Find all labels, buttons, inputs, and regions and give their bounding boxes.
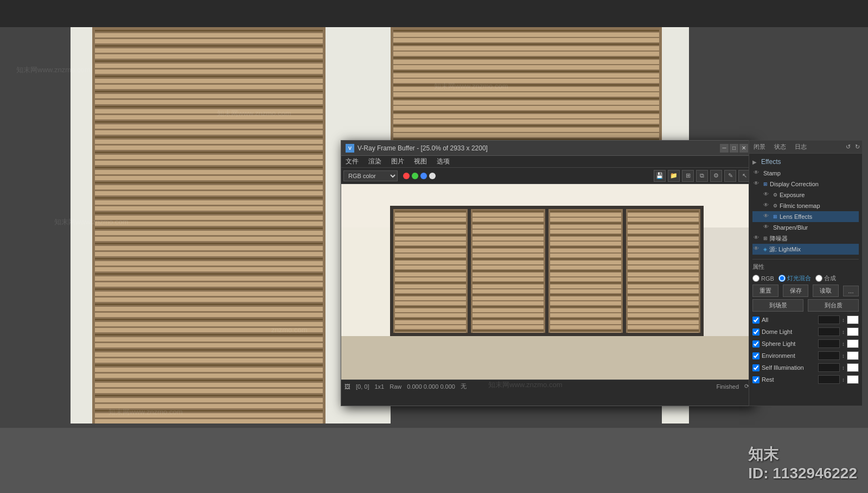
- menu-view[interactable]: 视图: [412, 156, 429, 167]
- layer-filmic[interactable]: 👁 ⚙ Filmic tonemap: [752, 200, 859, 211]
- light-row-dome: Dome Light 0.200 ↕: [752, 326, 859, 338]
- save-icon-btn[interactable]: 💾: [654, 170, 666, 182]
- rest-checkbox[interactable]: [752, 376, 760, 383]
- selfillum-value[interactable]: 1.000: [818, 363, 840, 372]
- vray-title: V-Ray Frame Buffer - [25.0% of 2933 x 22…: [358, 144, 720, 152]
- undo-btn[interactable]: ↺: [846, 143, 851, 150]
- sphere-swatch[interactable]: [847, 339, 859, 348]
- selfillum-swatch[interactable]: [847, 363, 859, 372]
- sphere-label: Sphere Light: [762, 340, 816, 347]
- layers-icon-btn[interactable]: ⊞: [682, 170, 694, 182]
- channel-select[interactable]: RGB color: [343, 170, 398, 181]
- rest-value[interactable]: 1.000: [818, 375, 840, 384]
- tab-state[interactable]: 状态: [772, 142, 788, 152]
- dome-step: ↕: [842, 329, 845, 335]
- lightmix-radio-label[interactable]: 灯光混合: [778, 274, 811, 282]
- eye-icon-filmic[interactable]: 👁: [763, 202, 771, 210]
- sphere-value[interactable]: 0.850: [818, 339, 840, 348]
- eye-icon-sharpen[interactable]: 👁: [763, 224, 771, 231]
- folder-icon-btn[interactable]: 📁: [668, 170, 680, 182]
- eye-icon-denoise[interactable]: 👁: [754, 235, 761, 242]
- all-checkbox[interactable]: [752, 317, 760, 324]
- redo-btn[interactable]: ↻: [855, 143, 860, 150]
- composite-radio-label[interactable]: 合成: [815, 274, 836, 282]
- save-btn[interactable]: 保存: [783, 285, 809, 297]
- all-label: All: [762, 317, 816, 323]
- values-display: 0.000 0.000 0.000: [407, 383, 455, 390]
- to-scene-btn[interactable]: 到场景: [752, 299, 803, 312]
- eye-icon-stamp[interactable]: 👁: [754, 169, 761, 177]
- layer-lightmix[interactable]: 👁 ◈ 源: LightMix: [752, 244, 859, 255]
- layer-stamp[interactable]: 👁 Stamp: [752, 168, 859, 179]
- vray-icon: V: [346, 144, 354, 153]
- dome-value[interactable]: 0.200: [818, 327, 840, 336]
- env-value[interactable]: 1.000: [818, 351, 840, 360]
- env-checkbox[interactable]: [752, 352, 760, 359]
- eye-icon-dc[interactable]: 👁: [754, 180, 761, 188]
- properties-section: 属性 RGB 灯光混合 合成 重置 保存 读: [752, 259, 859, 385]
- sphere-checkbox[interactable]: [752, 340, 760, 347]
- tab-log[interactable]: 日志: [793, 142, 809, 152]
- all-swatch[interactable]: [847, 315, 859, 324]
- to-material-btn[interactable]: 到台质: [808, 299, 859, 312]
- menu-render[interactable]: 渲染: [366, 156, 384, 167]
- minimize-button[interactable]: ─: [720, 144, 729, 153]
- vray-statusbar: 🖼 [0, 0] 1x1 Raw 0.000 0.000 0.000 无 Fin…: [341, 380, 752, 393]
- render-door-panel-0: [393, 209, 468, 333]
- lightmix-radio[interactable]: [778, 275, 786, 282]
- eye-icon-lightmix[interactable]: 👁: [754, 245, 761, 253]
- layer-sharpen[interactable]: 👁 Sharpen/Blur: [752, 222, 859, 233]
- color-white-dot[interactable]: [429, 173, 436, 179]
- selfillum-checkbox[interactable]: [752, 364, 760, 371]
- dome-checkbox[interactable]: [752, 328, 760, 336]
- eye-icon-lens[interactable]: 👁: [763, 213, 771, 220]
- id-number: ID: 1132946222: [748, 465, 857, 482]
- all-value[interactable]: 1.000: [818, 315, 840, 324]
- layers-panel: ▶ Effects 👁 Stamp 👁 ⊞ Display Correction…: [749, 154, 862, 388]
- menu-file[interactable]: 文件: [343, 156, 361, 167]
- mode-display: Raw: [390, 383, 401, 390]
- layer-denoise[interactable]: 👁 ⊞ 降噪器: [752, 233, 859, 244]
- rest-step: ↕: [842, 377, 845, 383]
- tab-layers[interactable]: 闭景: [751, 142, 768, 152]
- effects-expand-icon[interactable]: ▶: [752, 159, 757, 165]
- load-btn[interactable]: 读取: [813, 285, 839, 297]
- unit-display: 无: [461, 382, 467, 390]
- color-green-dot[interactable]: [412, 173, 418, 179]
- layer-filmic-label: Filmic tonemap: [780, 203, 820, 209]
- light-row-selfillum: Self Illumination 1.000 ↕: [752, 362, 859, 374]
- mode-row: RGB 灯光混合 合成: [752, 274, 859, 282]
- light-row-env: Environment 1.000 ↕: [752, 350, 859, 362]
- menu-options[interactable]: 选项: [435, 156, 452, 167]
- env-swatch[interactable]: [847, 351, 859, 360]
- vray-frame-buffer-window: V V-Ray Frame Buffer - [25.0% of 2933 x …: [341, 140, 753, 406]
- window-controls: ─ □ ✕: [720, 144, 748, 153]
- layer-exposure[interactable]: 👁 ⚙ Exposure: [752, 189, 859, 200]
- settings-icon-btn[interactable]: ⚙: [710, 170, 722, 182]
- layer-lens-effects[interactable]: 👁 ⊞ Lens Effects: [752, 211, 859, 222]
- layer-sharpen-label: Sharpen/Blur: [773, 224, 808, 231]
- layer-stamp-label: Stamp: [763, 170, 781, 176]
- vray-titlebar[interactable]: V V-Ray Frame Buffer - [25.0% of 2933 x …: [341, 141, 752, 156]
- color-blue-dot[interactable]: [420, 173, 427, 179]
- composite-radio[interactable]: [815, 275, 822, 282]
- layer-display-correction[interactable]: 👁 ⊞ Display Correction: [752, 179, 859, 189]
- dome-label: Dome Light: [762, 328, 816, 335]
- rgb-radio-label[interactable]: RGB: [752, 275, 774, 282]
- color-picker-btn[interactable]: ✎: [724, 170, 736, 182]
- reset-btn[interactable]: 重置: [752, 285, 778, 297]
- more-btn[interactable]: …: [843, 286, 859, 296]
- dome-swatch[interactable]: [847, 327, 859, 336]
- vray-menubar: 文件 渲染 图片 视图 选项: [341, 156, 752, 168]
- sphere-step: ↕: [842, 341, 845, 347]
- bg-panel-right-top: [391, 27, 662, 147]
- color-red-dot[interactable]: [403, 173, 410, 179]
- close-button[interactable]: ✕: [739, 144, 748, 153]
- menu-image[interactable]: 图片: [389, 156, 406, 167]
- pixel-icon: 🖼: [344, 383, 350, 390]
- rest-swatch[interactable]: [847, 375, 859, 384]
- maximize-button[interactable]: □: [730, 144, 738, 153]
- compare-icon-btn[interactable]: ⧉: [696, 170, 708, 182]
- rgb-radio[interactable]: [752, 275, 760, 282]
- eye-icon-exp[interactable]: 👁: [763, 191, 771, 199]
